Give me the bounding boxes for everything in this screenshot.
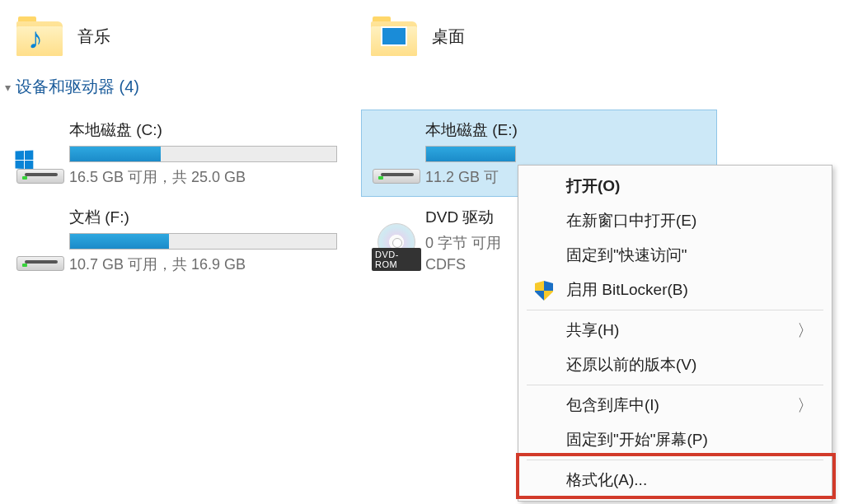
shield-icon [535, 281, 553, 301]
hdd-icon [12, 205, 69, 274]
library-folders-row: ♪ 音乐 桌面 [0, 0, 844, 72]
drive-label: 本地磁盘 (C:) [69, 119, 354, 141]
devices-section-header[interactable]: ▾ 设备和驱动器 (4) [0, 72, 844, 103]
menu-label: 在新窗口中打开(E) [566, 210, 696, 231]
drive-label: 文档 (F:) [69, 207, 354, 228]
submenu-arrow-icon: 〉 [797, 394, 814, 417]
menu-pin-to-start[interactable]: 固定到"开始"屏幕(P) [520, 422, 830, 457]
drive-f[interactable]: 文档 (F:) 10.7 GB 可用，共 16.9 GB [5, 197, 361, 284]
menu-include-in-library[interactable]: 包含到库中(I) 〉 [520, 388, 830, 422]
desktop-folder-icon [371, 16, 417, 56]
menu-separator [527, 460, 823, 460]
drive-usage-fill [70, 147, 161, 161]
menu-label: 打开(O) [566, 175, 620, 197]
menu-open-new-window[interactable]: 在新窗口中打开(E) [520, 203, 830, 238]
menu-label: 固定到"快速访问" [566, 245, 687, 266]
menu-label: 共享(H) [566, 320, 619, 341]
drive-info: 16.5 GB 可用，共 25.0 GB [69, 167, 354, 187]
hdd-icon [12, 118, 69, 187]
context-menu: 打开(O) 在新窗口中打开(E) 固定到"快速访问" 启用 BitLocker(… [518, 165, 832, 502]
menu-pin-quick-access[interactable]: 固定到"快速访问" [520, 238, 830, 273]
menu-open[interactable]: 打开(O) [520, 169, 830, 203]
menu-label: 启用 BitLocker(B) [566, 279, 688, 301]
folder-label: 音乐 [77, 26, 110, 48]
drive-usage-bar [69, 233, 337, 250]
dvd-badge: DVD-ROM [372, 248, 421, 271]
windows-badge-icon [16, 151, 34, 170]
menu-share[interactable]: 共享(H) 〉 [520, 313, 830, 348]
folder-music[interactable]: ♪ 音乐 [16, 16, 371, 56]
drive-c[interactable]: 本地磁盘 (C:) 16.5 GB 可用，共 25.0 GB [5, 110, 361, 197]
menu-label: 包含到库中(I) [566, 394, 659, 416]
menu-separator [527, 310, 823, 310]
menu-label: 还原以前的版本(V) [566, 354, 696, 376]
menu-label: 固定到"开始"屏幕(P) [566, 429, 708, 450]
hdd-icon [368, 118, 425, 187]
folder-desktop[interactable]: 桌面 [371, 16, 725, 56]
menu-restore-versions[interactable]: 还原以前的版本(V) [520, 348, 830, 382]
drive-usage-bar [69, 146, 337, 162]
menu-format[interactable]: 格式化(A)... [520, 463, 830, 497]
menu-separator [527, 385, 823, 385]
drive-usage-bar [425, 146, 516, 162]
menu-enable-bitlocker[interactable]: 启用 BitLocker(B) [520, 273, 830, 307]
folder-label: 桌面 [432, 26, 465, 48]
drive-label: 本地磁盘 (E:) [425, 119, 710, 141]
drive-info: 10.7 GB 可用，共 16.9 GB [69, 254, 354, 274]
dvd-drive-icon: DVD-ROM [368, 205, 425, 274]
devices-section-title: 设备和驱动器 (4) [16, 76, 139, 98]
music-folder-icon: ♪ [16, 16, 63, 56]
submenu-arrow-icon: 〉 [797, 320, 814, 342]
menu-label: 格式化(A)... [566, 469, 647, 491]
chevron-down-icon: ▾ [5, 81, 11, 94]
